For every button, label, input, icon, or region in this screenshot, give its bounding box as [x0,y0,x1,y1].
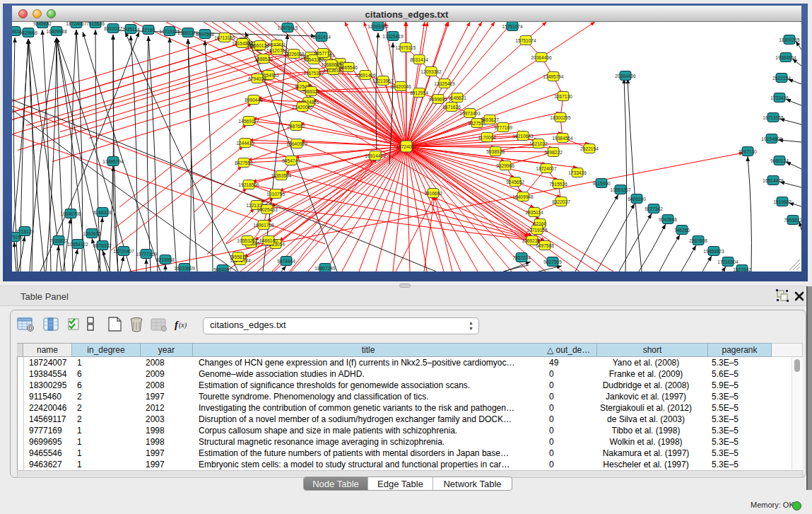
svg-text:1244415: 1244415 [236,141,254,146]
svg-text:18724007: 18724007 [396,144,417,149]
svg-text:5498222: 5498222 [544,150,563,155]
svg-text:1916682: 1916682 [424,191,442,196]
svg-text:9245652: 9245652 [506,180,524,185]
svg-text:9699695: 9699695 [429,97,447,102]
svg-text:20691406: 20691406 [355,73,376,78]
svg-text:13325419: 13325419 [382,34,404,39]
svg-text:6497568: 6497568 [196,32,214,37]
svg-text:9329966: 9329966 [496,163,514,168]
svg-text:13495794: 13495794 [102,159,124,164]
svg-text:16033809: 16033809 [174,266,195,271]
svg-text:7633822: 7633822 [49,238,68,243]
svg-text:16409948: 16409948 [46,29,67,34]
svg-text:6466160: 6466160 [259,238,278,243]
svg-text:10025433: 10025433 [257,207,278,212]
svg-text:7955812: 7955812 [229,255,247,259]
svg-text:5938928: 5938928 [486,149,505,154]
svg-text:746266: 746266 [674,228,690,233]
svg-text:19384554: 19384554 [552,136,573,141]
svg-text:7357224: 7357224 [512,255,531,260]
svg-text:9465546: 9465546 [339,65,358,70]
svg-text:13495794: 13495794 [543,74,564,79]
svg-text:2935114: 2935114 [525,210,543,215]
svg-text:12213967: 12213967 [372,78,394,83]
svg-text:7986322: 7986322 [302,89,320,94]
svg-text:12975115: 12975115 [278,25,298,30]
svg-text:9329966: 9329966 [19,30,37,35]
svg-text:7955812: 7955812 [784,218,801,223]
svg-text:16046798: 16046798 [60,211,81,216]
svg-text:18300295: 18300295 [550,115,571,120]
svg-text:9146821: 9146821 [448,95,466,100]
svg-text:9227342: 9227342 [645,206,663,211]
svg-text:10719155: 10719155 [526,228,548,233]
svg-text:9242848: 9242848 [659,217,677,222]
svg-text:1733426: 1733426 [770,95,789,100]
svg-text:2367608: 2367608 [689,238,707,243]
svg-text:8427552: 8427552 [235,160,253,165]
svg-text:9115460: 9115460 [592,181,611,186]
svg-text:10154808: 10154808 [761,136,782,141]
svg-text:16640910: 16640910 [286,141,307,146]
svg-text:21420046: 21420046 [292,105,313,110]
svg-text:9463627: 9463627 [481,117,499,122]
svg-text:17016504: 17016504 [717,259,739,264]
svg-text:9684067: 9684067 [213,267,232,272]
svg-text:20364436: 20364436 [531,55,552,60]
svg-text:22420046: 22420046 [390,84,411,89]
svg-text:16409948: 16409948 [512,194,534,199]
svg-text:13325419: 13325419 [434,81,455,86]
svg-text:20364436: 20364436 [615,74,636,78]
svg-text:9474444: 9474444 [277,259,295,264]
svg-text:6679197: 6679197 [12,235,23,240]
svg-text:12975115: 12975115 [396,45,416,50]
svg-text:11353594: 11353594 [271,173,292,178]
svg-text:6794028: 6794028 [248,76,266,81]
svg-text:7515526: 7515526 [549,182,567,187]
svg-text:18807249: 18807249 [314,266,336,271]
svg-text:1733426: 1733426 [568,170,587,175]
svg-text:16914479: 16914479 [763,178,784,183]
svg-text:6497568: 6497568 [536,243,554,248]
svg-text:10654122: 10654122 [67,242,88,247]
svg-text:2487682: 2487682 [287,124,305,129]
svg-text:1362615: 1362615 [83,231,101,236]
svg-text:9660124: 9660124 [251,43,269,48]
svg-text:15720407: 15720407 [113,249,134,254]
svg-text:1916682: 1916682 [773,199,792,204]
svg-text:8471626: 8471626 [442,105,461,110]
svg-text:8031414: 8031414 [410,57,428,62]
svg-text:19777169: 19777169 [136,252,157,257]
svg-text:9660124: 9660124 [770,158,789,163]
svg-text:3267130: 3267130 [739,149,757,154]
svg-text:8031414: 8031414 [312,35,331,40]
svg-text:7515526: 7515526 [86,22,105,26]
svg-text:3267130: 3267130 [554,94,572,99]
svg-text:12093382: 12093382 [367,24,389,29]
svg-text:62160: 62160 [142,28,155,33]
svg-text:11675312: 11675312 [304,71,324,76]
svg-text:9777169: 9777169 [494,125,512,130]
svg-text:2522154: 2522154 [772,76,791,81]
svg-text:16713155: 16713155 [214,35,235,40]
svg-text:18724007: 18724007 [66,22,87,26]
svg-text:8215958: 8215958 [156,257,175,262]
svg-text:18724007: 18724007 [536,166,557,171]
svg-text:9457771: 9457771 [314,51,332,56]
svg-text:19384554: 19384554 [775,55,796,60]
svg-text:1527602: 1527602 [733,267,751,272]
svg-text:14569117: 14569117 [239,119,259,124]
svg-text:10154808: 10154808 [232,41,253,46]
svg-text:19218506: 19218506 [238,182,259,187]
svg-text:8454749: 8454749 [282,158,300,163]
svg-text:16713155: 16713155 [763,115,784,120]
svg-text:8990448: 8990448 [245,98,263,103]
svg-text:8878332: 8878332 [93,243,112,248]
svg-text:12093382: 12093382 [420,69,442,74]
svg-text:8322037: 8322037 [552,199,570,204]
svg-text:1010755: 1010755 [266,192,285,197]
svg-text:15751074: 15751074 [502,24,523,29]
svg-text:9245652: 9245652 [33,22,52,26]
svg-text:16961758: 16961758 [253,223,274,228]
svg-text:(x): (x) [179,321,187,329]
